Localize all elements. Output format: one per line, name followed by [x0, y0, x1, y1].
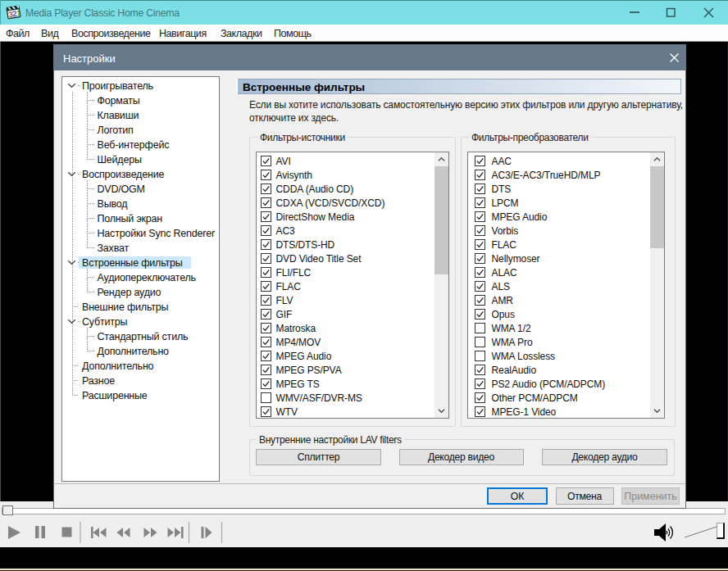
svg-text:1: 1 [16, 8, 21, 18]
